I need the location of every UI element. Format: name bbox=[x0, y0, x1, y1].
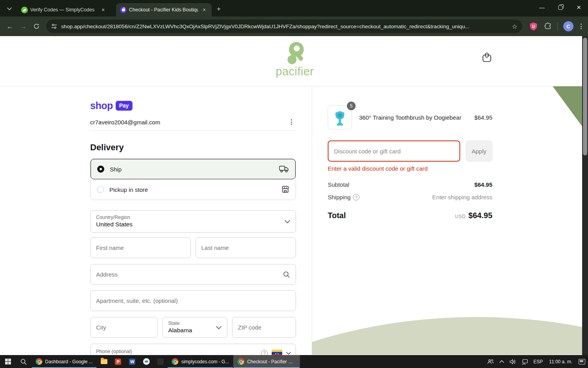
file-explorer-button[interactable] bbox=[97, 355, 111, 368]
clock[interactable]: 11:00 a. m. bbox=[546, 359, 576, 364]
volume-button[interactable] bbox=[507, 355, 519, 368]
url-bar[interactable]: shop.app/checkout/2818056/cn/Z2NwLXVzLWV… bbox=[46, 20, 522, 33]
people-button[interactable] bbox=[485, 355, 497, 368]
chevron-down-icon bbox=[216, 326, 221, 329]
search-icon bbox=[283, 271, 290, 278]
state-value: Alabama bbox=[168, 326, 192, 334]
brand-name: pacifier bbox=[271, 65, 318, 78]
task-label: simplycodes.com - G... bbox=[181, 359, 229, 364]
forward-button[interactable]: → bbox=[16, 20, 30, 33]
discount-code-field[interactable] bbox=[328, 140, 460, 162]
scrollbar-thumb[interactable] bbox=[583, 38, 587, 155]
chrome-icon bbox=[36, 358, 42, 365]
word-button[interactable]: W bbox=[125, 355, 139, 368]
taskbar-task-checkout[interactable]: Checkout - Pacifier Ki... bbox=[233, 355, 300, 368]
last-name-input[interactable] bbox=[201, 244, 290, 251]
first-name-input[interactable] bbox=[96, 244, 185, 251]
tab-close-icon[interactable]: × bbox=[100, 6, 107, 13]
search-icon bbox=[20, 359, 27, 365]
tab-simplycodes[interactable]: Verify Codes — SimplyCodes × bbox=[17, 3, 111, 16]
start-button[interactable] bbox=[0, 355, 16, 368]
currency-code: USD bbox=[455, 214, 466, 219]
delivery-option-pickup[interactable]: Pickup in store bbox=[91, 179, 296, 200]
discount-error-message: Enter a valid discount code or gift card bbox=[328, 165, 492, 172]
language-indicator[interactable]: ESP bbox=[531, 355, 546, 368]
chevron-down-icon bbox=[285, 220, 290, 223]
city-field[interactable] bbox=[90, 317, 158, 338]
shipping-help-icon[interactable]: ? bbox=[353, 194, 359, 200]
city-input[interactable] bbox=[96, 324, 152, 331]
option-label: Pickup in store bbox=[109, 186, 281, 193]
state-select[interactable]: State Alabama bbox=[162, 317, 227, 338]
checkout-page: pacifier shop Pay cr7aveiro2004@gmail.co… bbox=[0, 36, 588, 355]
media-app-button[interactable] bbox=[139, 355, 153, 368]
tab-close-icon[interactable]: × bbox=[201, 6, 208, 13]
tray-overflow-button[interactable] bbox=[497, 355, 507, 368]
taskbar-task-simplycodes[interactable]: simplycodes.com - G... bbox=[167, 355, 233, 368]
reload-button[interactable] bbox=[30, 20, 43, 33]
minimize-button[interactable]: — bbox=[533, 0, 551, 15]
option-label: Ship bbox=[110, 166, 279, 173]
browser-toolbar: ← → shop.app/checkout/2818056/cn/Z2NwLXV… bbox=[0, 16, 588, 36]
pinned-app-button[interactable] bbox=[153, 355, 167, 368]
state-label: State bbox=[168, 321, 180, 327]
browser-menu-button[interactable] bbox=[577, 21, 586, 31]
brand-logo[interactable]: pacifier bbox=[271, 42, 318, 78]
decorative-ellipse bbox=[312, 317, 588, 355]
radio-selected-icon[interactable] bbox=[97, 166, 104, 173]
zip-field[interactable] bbox=[232, 317, 296, 338]
tab-search-button[interactable] bbox=[4, 3, 15, 14]
checkout-form-column: shop Pay cr7aveiro2004@gmail.com Deliver… bbox=[0, 86, 312, 355]
people-icon bbox=[487, 359, 494, 364]
email-menu-button[interactable] bbox=[287, 117, 296, 127]
decorative-triangle bbox=[553, 86, 582, 126]
apartment-input[interactable] bbox=[96, 297, 290, 304]
system-tray: ESP 11:00 a. m. bbox=[485, 355, 588, 368]
taskbar-task-dashboard[interactable]: Dashboard - Google ... bbox=[31, 355, 97, 368]
apartment-field[interactable] bbox=[90, 290, 296, 311]
taskbar-search-button[interactable] bbox=[16, 355, 31, 368]
network-button[interactable] bbox=[519, 355, 531, 368]
speaker-icon bbox=[510, 359, 516, 364]
divider bbox=[557, 22, 558, 30]
close-window-button[interactable]: × bbox=[570, 0, 588, 15]
new-tab-button[interactable]: + bbox=[214, 4, 224, 14]
address-field[interactable] bbox=[90, 264, 296, 285]
shop-wordmark: shop bbox=[90, 100, 113, 111]
powerpoint-button[interactable]: P bbox=[111, 355, 125, 368]
ublock-shield-icon[interactable]: U bbox=[529, 22, 538, 31]
delivery-options: Ship Pickup in store bbox=[90, 158, 296, 200]
chevron-down-icon bbox=[7, 7, 12, 10]
profile-avatar[interactable]: C bbox=[563, 21, 573, 31]
bookmark-star-icon[interactable]: ☆ bbox=[512, 23, 517, 30]
apply-button[interactable]: Apply bbox=[466, 140, 492, 162]
url-text: shop.app/checkout/2818056/cn/Z2NwLXVzLWV… bbox=[61, 24, 508, 29]
phone-help-icon[interactable]: ? bbox=[261, 350, 268, 355]
zip-input[interactable] bbox=[238, 324, 290, 331]
restore-button[interactable] bbox=[551, 0, 570, 15]
phone-field[interactable]: Phone (optional) +58 424 6372375 ? bbox=[90, 344, 296, 355]
page-scrollbar[interactable] bbox=[582, 36, 588, 355]
radio-unselected-icon[interactable] bbox=[97, 186, 104, 193]
site-header: pacifier bbox=[0, 36, 588, 86]
task-label: Dashboard - Google ... bbox=[45, 359, 93, 364]
country-value: United States bbox=[96, 220, 132, 228]
chevron-up-icon bbox=[499, 360, 504, 363]
first-name-field[interactable] bbox=[90, 237, 191, 258]
venezuela-flag-icon[interactable] bbox=[272, 350, 282, 355]
cart-button[interactable] bbox=[482, 52, 492, 63]
back-button[interactable]: ← bbox=[3, 20, 16, 33]
shopping-bag-icon bbox=[482, 52, 492, 63]
shipping-label: Shipping bbox=[328, 194, 350, 200]
subtotal-value: $64.95 bbox=[474, 181, 492, 188]
address-input[interactable] bbox=[96, 271, 283, 278]
extensions-puzzle-icon[interactable] bbox=[544, 22, 552, 31]
delivery-option-ship[interactable]: Ship bbox=[91, 159, 296, 179]
tab-checkout[interactable]: Checkout - Pacifier Kids Boutiqu × bbox=[116, 3, 212, 16]
last-name-field[interactable] bbox=[196, 237, 296, 258]
country-select[interactable]: Country/Region United States bbox=[90, 210, 296, 233]
phone-label: Phone (optional) bbox=[96, 349, 132, 355]
discount-code-input[interactable] bbox=[334, 148, 454, 155]
notification-center-button[interactable] bbox=[576, 355, 588, 368]
simplycodes-favicon-icon bbox=[21, 7, 28, 13]
